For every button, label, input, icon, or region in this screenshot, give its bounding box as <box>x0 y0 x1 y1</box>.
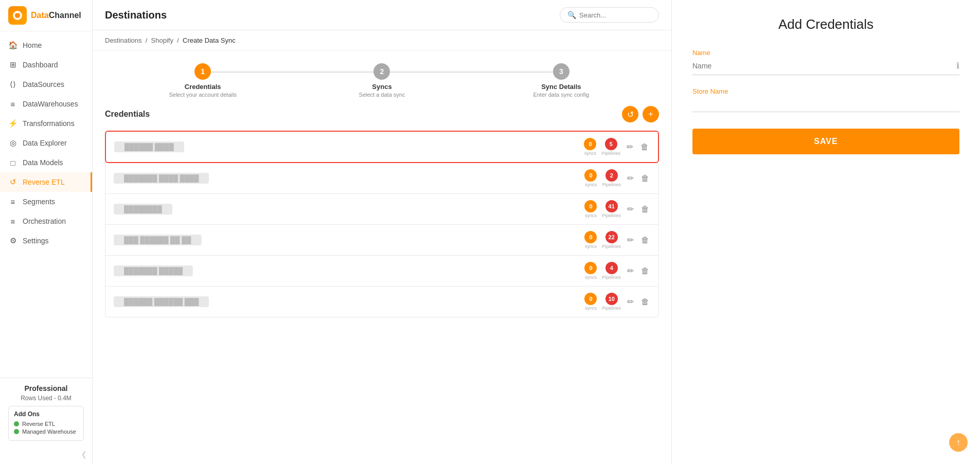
pipelines-label-6: Pipelines <box>602 306 621 311</box>
sidebar-item-data-explorer[interactable]: ◎ Data Explorer <box>0 133 92 153</box>
sidebar-item-segments[interactable]: ≡ Segments <box>0 192 92 211</box>
delete-button-3[interactable]: 🗑 <box>640 204 650 215</box>
breadcrumb-destinations[interactable]: Destinations <box>105 37 142 44</box>
syncs-label-5: syncs <box>585 275 597 280</box>
sidebar-item-data-models[interactable]: □ Data Models <box>0 153 92 172</box>
name-label: Name <box>692 49 959 57</box>
transformations-icon: ⚡ <box>8 119 17 128</box>
store-name-input[interactable] <box>692 99 959 108</box>
edit-button-3[interactable]: ✏ <box>626 203 635 215</box>
collapse-button[interactable]: 《 <box>0 447 92 464</box>
syncs-label-3: syncs <box>585 213 597 218</box>
delete-button-5[interactable]: 🗑 <box>640 265 650 277</box>
save-button[interactable]: SAVE <box>692 129 959 154</box>
pipelines-badge-5: 4 <box>605 262 618 274</box>
search-box[interactable]: 🔍 <box>560 7 659 23</box>
destinations-title: Destinations <box>105 9 167 21</box>
edit-button-5[interactable]: ✏ <box>626 265 635 277</box>
edit-button-6[interactable]: ✏ <box>626 296 635 308</box>
edit-button-4[interactable]: ✏ <box>626 234 635 246</box>
plan-name: Professional <box>8 384 84 392</box>
name-field-row: ℹ <box>692 61 959 75</box>
breadcrumb-current: Create Data Sync <box>183 37 236 44</box>
step-sublabel-1: Select your account details <box>169 92 236 98</box>
delete-button-1[interactable]: 🗑 <box>639 141 650 153</box>
step-circle-2: 2 <box>373 63 390 80</box>
cred-list: ██████ ████ 0 syncs 5 Pipelines ✏ 🗑 ████… <box>105 131 659 317</box>
cred-row-3[interactable]: ████████ 0 syncs 41 Pipelines ✏ 🗑 <box>105 194 659 225</box>
sidebar-nav: 🏠 Home ⊞ Dashboard ⟨⟩ DataSources ≡ Data… <box>0 31 92 378</box>
add-credential-button[interactable]: + <box>643 106 659 122</box>
svg-point-2 <box>16 11 19 13</box>
orchestration-label: Orchestration <box>23 217 66 225</box>
sidebar-item-orchestration[interactable]: ≡ Orchestration <box>0 211 92 231</box>
delete-button-6[interactable]: 🗑 <box>640 296 650 308</box>
segments-icon: ≡ <box>8 197 17 206</box>
syncs-badge-group-5: 0 syncs <box>584 262 597 280</box>
datawarehouses-icon: ≡ <box>8 99 17 109</box>
cred-name-1: ██████ ████ <box>114 141 184 152</box>
cred-right-5: 0 syncs 4 Pipelines ✏ 🗑 <box>584 262 650 280</box>
step-sublabel-2: Select a data sync <box>359 92 405 98</box>
step-sublabel-3: Enter data sync config <box>533 92 589 98</box>
store-name-field-group: Store Name <box>692 87 959 112</box>
sidebar-item-dashboard[interactable]: ⊞ Dashboard <box>0 55 92 75</box>
syncs-badge-6: 0 <box>584 293 597 305</box>
segments-label: Segments <box>23 198 55 206</box>
sidebar-item-home[interactable]: 🏠 Home <box>0 35 92 55</box>
svg-point-1 <box>15 13 20 18</box>
cred-row-6[interactable]: ██████ ██████ ███ 0 syncs 10 Pipelines ✏… <box>105 287 659 317</box>
add-credentials-panel: Add Credentials Name ℹ Store Name SAVE ↑ <box>671 0 980 464</box>
home-label: Home <box>23 41 42 49</box>
step-2: 2 Syncs Select a data sync <box>292 63 471 98</box>
cred-name-2: ███████ ████ ████ <box>114 173 209 184</box>
home-icon: 🏠 <box>8 41 17 50</box>
syncs-badge-group-4: 0 syncs <box>584 231 597 249</box>
credentials-header: Credentials ↺ + <box>105 106 659 122</box>
pipelines-badge-group-4: 22 Pipelines <box>602 231 621 249</box>
dashboard-label: Dashboard <box>23 61 58 69</box>
settings-icon: ⚙ <box>8 236 17 245</box>
syncs-badge-group-6: 0 syncs <box>584 293 597 311</box>
sidebar-item-reverse-etl[interactable]: ↺ Reverse ETL <box>0 172 92 192</box>
syncs-badge-1: 0 <box>584 138 596 150</box>
sidebar-item-datasources[interactable]: ⟨⟩ DataSources <box>0 75 92 94</box>
add-on-dot-reverse-etl <box>14 421 19 426</box>
breadcrumb-shopify[interactable]: Shopify <box>151 37 173 44</box>
credentials-section: Credentials ↺ + ██████ ████ 0 syncs 5 Pi… <box>93 106 671 464</box>
datasources-icon: ⟨⟩ <box>8 80 17 89</box>
syncs-badge-3: 0 <box>584 200 597 212</box>
name-field-group: Name ℹ <box>692 49 959 75</box>
step-1: 1 Credentials Select your account detail… <box>113 63 292 98</box>
syncs-label-4: syncs <box>585 244 597 249</box>
edit-button-2[interactable]: ✏ <box>626 172 635 184</box>
page-layout: Destinations 🔍 Destinations / Shopify / … <box>93 0 980 464</box>
sidebar-item-datawarehouses[interactable]: ≡ DataWarehouses <box>0 94 92 114</box>
sidebar-item-settings[interactable]: ⚙ Settings <box>0 231 92 251</box>
collapse-icon: 《 <box>78 450 86 461</box>
delete-button-2[interactable]: 🗑 <box>640 173 650 184</box>
step-label-3: Sync Details <box>541 83 581 91</box>
cred-name-3: ████████ <box>114 204 172 215</box>
cred-row-2[interactable]: ███████ ████ ████ 0 syncs 2 Pipelines ✏ … <box>105 163 659 194</box>
cred-right-6: 0 syncs 10 Pipelines ✏ 🗑 <box>584 293 650 311</box>
refresh-button[interactable]: ↺ <box>622 106 638 122</box>
cred-row-5[interactable]: ███████ █████ 0 syncs 4 Pipelines ✏ 🗑 <box>105 256 659 287</box>
name-input[interactable] <box>692 62 956 70</box>
cred-row-4[interactable]: ███ ██████ ██ ██ 0 syncs 22 Pipelines ✏ … <box>105 225 659 256</box>
plan-rows: Rows Used - 0.4M <box>8 395 84 402</box>
transformations-label: Transformations <box>23 119 75 128</box>
destinations-panel: Destinations 🔍 Destinations / Shopify / … <box>93 0 671 464</box>
edit-button-1[interactable]: ✏ <box>626 141 634 153</box>
pipelines-badge-group-2: 2 Pipelines <box>602 169 621 187</box>
sidebar-item-transformations[interactable]: ⚡ Transformations <box>0 114 92 133</box>
pipelines-badge-group-5: 4 Pipelines <box>602 262 621 280</box>
delete-button-4[interactable]: 🗑 <box>640 235 650 246</box>
scroll-to-top-button[interactable]: ↑ <box>949 433 968 452</box>
logo-text: DataChannel <box>31 11 81 20</box>
syncs-badge-group-3: 0 syncs <box>584 200 597 218</box>
search-input[interactable] <box>579 11 651 19</box>
info-icon[interactable]: ℹ <box>956 61 959 70</box>
cred-row-1[interactable]: ██████ ████ 0 syncs 5 Pipelines ✏ 🗑 <box>105 131 659 163</box>
breadcrumb: Destinations / Shopify / Create Data Syn… <box>93 30 671 51</box>
